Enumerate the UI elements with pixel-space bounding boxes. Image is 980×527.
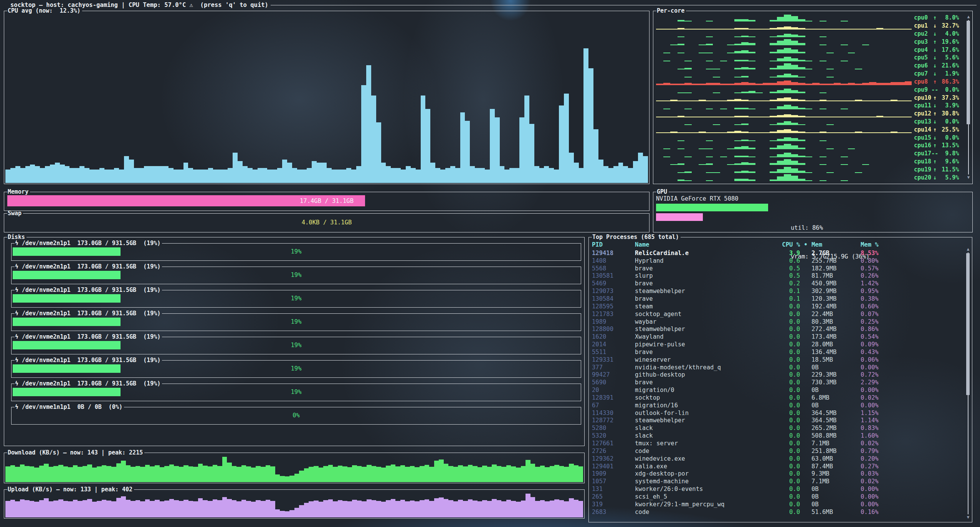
core-label: cpu2↓4.0% xyxy=(914,30,961,38)
chart-bar xyxy=(425,465,430,482)
scroll-down-icon[interactable]: ▼ xyxy=(966,515,970,520)
chart-bar xyxy=(338,466,343,482)
chart-bar xyxy=(337,170,342,183)
chart-bar xyxy=(749,20,756,21)
process-row[interactable]: 121783socktop_agent0.022.4MB0.07% xyxy=(589,310,972,318)
process-mem: 22.4MB xyxy=(811,311,861,318)
chart-bar xyxy=(217,466,222,482)
col-header-cpu[interactable]: CPU % xyxy=(765,241,800,248)
process-row[interactable]: 128800steamwebhelper0.0272.4MB0.86% xyxy=(589,325,972,333)
chart-bar xyxy=(111,501,116,517)
chart-bar xyxy=(277,168,282,183)
col-header-mem[interactable]: Mem xyxy=(811,241,861,248)
chart-bar xyxy=(727,84,734,85)
process-row[interactable]: 5511brave0.0136.4MB0.43% xyxy=(589,348,972,356)
process-row[interactable]: 1057systemd-machine0.07.1MB0.02% xyxy=(589,478,972,485)
process-row[interactable]: 128772steamwebhelper0.0364.5MB1.14% xyxy=(589,417,972,425)
chart-bar xyxy=(500,166,505,183)
process-row[interactable]: 67migration/160.00B0.00% xyxy=(589,402,972,409)
processes-scrollbar[interactable]: ▲ ▼ xyxy=(966,247,970,520)
process-name: Hyprland xyxy=(635,257,765,264)
process-row[interactable]: 319kworker/29:1-mm_percpu_wq0.00B0.00% xyxy=(589,501,972,508)
chart-bar xyxy=(706,117,713,117)
scroll-down-icon[interactable]: ▼ xyxy=(966,175,971,180)
process-row[interactable]: 127661tmux: server0.07.1MB0.02% xyxy=(589,440,972,447)
chart-bar xyxy=(468,499,473,517)
chart-bar xyxy=(777,115,784,117)
disk-box-title-row: ϟ /dev/nvme2n1p1 173.0GB / 931.5GB (19%) xyxy=(11,357,581,364)
process-row[interactable]: 130584brave0.1120.3MB0.38% xyxy=(589,295,972,303)
chart-bar xyxy=(309,501,314,517)
chart-bar xyxy=(136,466,140,482)
process-row[interactable]: 129401xalia.exe0.087.4MB0.27% xyxy=(589,463,972,470)
process-row[interactable]: 265scsi_eh_50.00B0.00% xyxy=(589,493,972,501)
core-sparkline xyxy=(655,150,914,158)
process-row[interactable]: 1909xdg-desktop-por0.09.3MB0.03% xyxy=(589,470,972,478)
process-row[interactable]: 5280slack0.0265.2MB0.83% xyxy=(589,424,972,432)
process-name: xdg-desktop-por xyxy=(635,470,765,477)
process-row[interactable]: 5568brave0.5182.9MB0.57% xyxy=(589,265,972,272)
process-row[interactable]: 99427github-desktop0.0229.3MB0.72% xyxy=(589,371,972,379)
process-row[interactable]: 129331wineserver0.018.5MB0.06% xyxy=(589,356,972,364)
chart-bar xyxy=(564,467,569,482)
chart-bar xyxy=(734,77,742,77)
process-row[interactable]: 377nvidia-modeset/kthread_q0.00B0.00% xyxy=(589,364,972,371)
core-trend-icon: ↑ xyxy=(931,38,938,45)
process-row[interactable]: 130581slurp0.581.7MB0.26% xyxy=(589,272,972,280)
process-row[interactable]: 129073steamwebhelper0.1302.9MB0.95% xyxy=(589,287,972,295)
chart-bar xyxy=(784,105,791,109)
chart-bar xyxy=(574,163,579,183)
col-header-name[interactable]: Name xyxy=(635,241,765,248)
process-row[interactable]: 1989waybar0.080.3MB0.25% xyxy=(589,318,972,326)
chart-bar xyxy=(805,100,813,101)
chart-bar xyxy=(30,501,35,517)
process-row[interactable]: 2014pipewire-pulse0.028.0MB0.09% xyxy=(589,341,972,348)
process-row[interactable]: 5469brave0.2450.9MB1.42% xyxy=(589,280,972,287)
process-name: tmux: server xyxy=(635,440,765,447)
col-header-pid[interactable]: PID xyxy=(592,241,635,248)
col-header-mem-pct[interactable]: Mem % xyxy=(861,241,907,248)
chart-bar xyxy=(869,132,876,133)
scrollbar-thumb[interactable] xyxy=(966,253,970,395)
process-row[interactable]: 2726code0.0251.8MB0.79% xyxy=(589,447,972,455)
chart-bar xyxy=(183,500,188,517)
chart-bar xyxy=(131,501,136,517)
scroll-up-icon[interactable]: ▲ xyxy=(966,247,970,252)
process-row[interactable]: 1408Hyprland0.6255.7MB0.80% xyxy=(589,257,972,265)
chart-bar xyxy=(784,34,791,38)
core-label: cpu14↑25.5% xyxy=(914,125,961,133)
process-row[interactable]: 128595steam0.0192.4MB0.60% xyxy=(589,303,972,310)
process-pid: 129418 xyxy=(592,250,635,257)
chart-bar xyxy=(270,501,275,517)
process-name: code xyxy=(635,448,765,455)
chart-bar xyxy=(684,132,692,133)
chart-bar xyxy=(777,154,784,157)
chart-bar xyxy=(820,140,827,141)
per-core-scrollbar[interactable]: ▲ ▼ xyxy=(966,15,971,180)
chart-bar xyxy=(791,49,798,53)
chart-bar xyxy=(598,160,603,183)
process-row[interactable]: 131kworker/26:0-events0.00B0.00% xyxy=(589,485,972,493)
process-row[interactable]: 129418RelicCardinal.e3.92.7GB8.53% xyxy=(589,249,972,257)
chart-bar xyxy=(798,116,805,117)
process-row[interactable]: 5320slack0.0508.8MB1.60% xyxy=(589,432,972,440)
process-row[interactable]: 5690brave0.0730.3MB2.29% xyxy=(589,379,972,386)
chart-bar xyxy=(706,36,713,37)
chart-bar xyxy=(692,117,699,117)
scrollbar-thumb[interactable] xyxy=(967,21,970,124)
process-row[interactable]: 114330outlook-for-lin0.0364.5MB1.15% xyxy=(589,409,972,417)
chart-bar xyxy=(10,168,15,183)
chart-bar xyxy=(425,499,430,517)
process-row[interactable]: 128391socktop0.06.8MB0.02% xyxy=(589,394,972,402)
core-percent: 0.0% xyxy=(938,134,959,141)
chart-bar xyxy=(372,466,377,482)
chart-bar xyxy=(559,105,564,183)
process-row[interactable]: 2683code0.051.6MB0.16% xyxy=(589,508,972,516)
scroll-up-icon[interactable]: ▲ xyxy=(966,15,971,19)
process-pid: 130581 xyxy=(592,272,635,279)
process-row[interactable]: 129362winedevice.exe0.063.0MB0.20% xyxy=(589,455,972,463)
chart-bar xyxy=(608,168,613,183)
process-row[interactable]: 1620Xwayland0.0173.4MB0.54% xyxy=(589,333,972,341)
process-row[interactable]: 20migration/00.00B0.00% xyxy=(589,386,972,394)
chart-bar xyxy=(777,27,784,30)
